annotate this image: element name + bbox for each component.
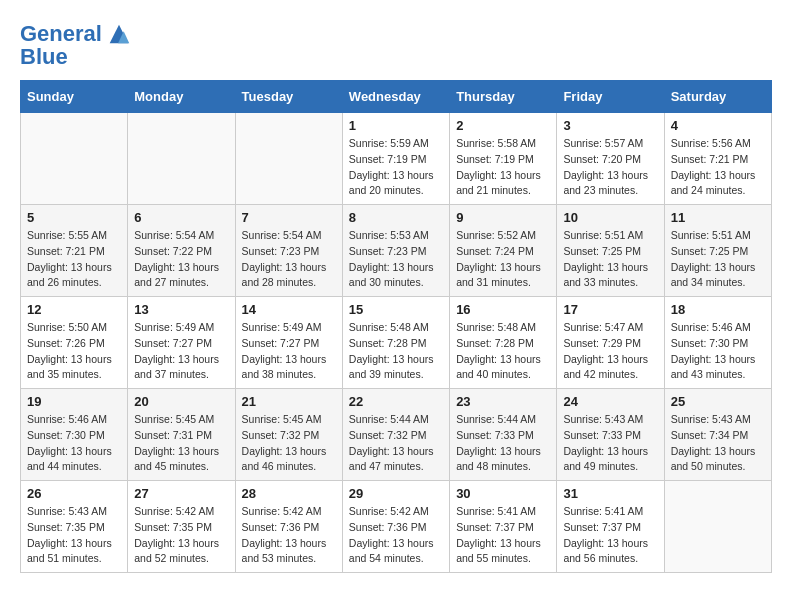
day-number: 27: [134, 486, 228, 501]
day-number: 6: [134, 210, 228, 225]
page-header: General Blue: [20, 20, 772, 70]
calendar-week-row: 12Sunrise: 5:50 AM Sunset: 7:26 PM Dayli…: [21, 297, 772, 389]
day-info: Sunrise: 5:42 AM Sunset: 7:35 PM Dayligh…: [134, 504, 228, 567]
calendar-day-cell: 25Sunrise: 5:43 AM Sunset: 7:34 PM Dayli…: [664, 389, 771, 481]
calendar-day-cell: [235, 113, 342, 205]
day-number: 13: [134, 302, 228, 317]
calendar-day-cell: 15Sunrise: 5:48 AM Sunset: 7:28 PM Dayli…: [342, 297, 449, 389]
day-info: Sunrise: 5:58 AM Sunset: 7:19 PM Dayligh…: [456, 136, 550, 199]
calendar-week-row: 26Sunrise: 5:43 AM Sunset: 7:35 PM Dayli…: [21, 481, 772, 573]
day-number: 23: [456, 394, 550, 409]
calendar-day-cell: 31Sunrise: 5:41 AM Sunset: 7:37 PM Dayli…: [557, 481, 664, 573]
weekday-header: Tuesday: [235, 81, 342, 113]
day-info: Sunrise: 5:42 AM Sunset: 7:36 PM Dayligh…: [349, 504, 443, 567]
day-number: 29: [349, 486, 443, 501]
day-number: 3: [563, 118, 657, 133]
calendar-day-cell: 1Sunrise: 5:59 AM Sunset: 7:19 PM Daylig…: [342, 113, 449, 205]
calendar-day-cell: 2Sunrise: 5:58 AM Sunset: 7:19 PM Daylig…: [450, 113, 557, 205]
calendar-day-cell: [21, 113, 128, 205]
day-info: Sunrise: 5:51 AM Sunset: 7:25 PM Dayligh…: [671, 228, 765, 291]
day-number: 15: [349, 302, 443, 317]
day-number: 7: [242, 210, 336, 225]
day-number: 8: [349, 210, 443, 225]
calendar-week-row: 1Sunrise: 5:59 AM Sunset: 7:19 PM Daylig…: [21, 113, 772, 205]
day-info: Sunrise: 5:41 AM Sunset: 7:37 PM Dayligh…: [563, 504, 657, 567]
day-info: Sunrise: 5:43 AM Sunset: 7:33 PM Dayligh…: [563, 412, 657, 475]
day-number: 18: [671, 302, 765, 317]
day-info: Sunrise: 5:59 AM Sunset: 7:19 PM Dayligh…: [349, 136, 443, 199]
calendar-day-cell: 4Sunrise: 5:56 AM Sunset: 7:21 PM Daylig…: [664, 113, 771, 205]
calendar-day-cell: [664, 481, 771, 573]
day-number: 2: [456, 118, 550, 133]
calendar-day-cell: 5Sunrise: 5:55 AM Sunset: 7:21 PM Daylig…: [21, 205, 128, 297]
calendar-day-cell: 10Sunrise: 5:51 AM Sunset: 7:25 PM Dayli…: [557, 205, 664, 297]
calendar-day-cell: 13Sunrise: 5:49 AM Sunset: 7:27 PM Dayli…: [128, 297, 235, 389]
calendar-day-cell: 26Sunrise: 5:43 AM Sunset: 7:35 PM Dayli…: [21, 481, 128, 573]
weekday-header: Wednesday: [342, 81, 449, 113]
day-info: Sunrise: 5:56 AM Sunset: 7:21 PM Dayligh…: [671, 136, 765, 199]
day-info: Sunrise: 5:42 AM Sunset: 7:36 PM Dayligh…: [242, 504, 336, 567]
day-info: Sunrise: 5:49 AM Sunset: 7:27 PM Dayligh…: [242, 320, 336, 383]
weekday-header: Sunday: [21, 81, 128, 113]
calendar-day-cell: 16Sunrise: 5:48 AM Sunset: 7:28 PM Dayli…: [450, 297, 557, 389]
day-number: 31: [563, 486, 657, 501]
day-number: 20: [134, 394, 228, 409]
weekday-header: Saturday: [664, 81, 771, 113]
day-number: 10: [563, 210, 657, 225]
calendar-day-cell: 29Sunrise: 5:42 AM Sunset: 7:36 PM Dayli…: [342, 481, 449, 573]
logo-text: General: [20, 23, 102, 45]
day-info: Sunrise: 5:45 AM Sunset: 7:31 PM Dayligh…: [134, 412, 228, 475]
day-info: Sunrise: 5:57 AM Sunset: 7:20 PM Dayligh…: [563, 136, 657, 199]
calendar-day-cell: [128, 113, 235, 205]
day-number: 21: [242, 394, 336, 409]
calendar-day-cell: 28Sunrise: 5:42 AM Sunset: 7:36 PM Dayli…: [235, 481, 342, 573]
day-number: 5: [27, 210, 121, 225]
day-number: 16: [456, 302, 550, 317]
day-info: Sunrise: 5:46 AM Sunset: 7:30 PM Dayligh…: [671, 320, 765, 383]
calendar-day-cell: 7Sunrise: 5:54 AM Sunset: 7:23 PM Daylig…: [235, 205, 342, 297]
day-number: 28: [242, 486, 336, 501]
weekday-header: Thursday: [450, 81, 557, 113]
calendar-day-cell: 17Sunrise: 5:47 AM Sunset: 7:29 PM Dayli…: [557, 297, 664, 389]
day-number: 19: [27, 394, 121, 409]
weekday-header: Friday: [557, 81, 664, 113]
day-number: 17: [563, 302, 657, 317]
day-number: 9: [456, 210, 550, 225]
day-info: Sunrise: 5:54 AM Sunset: 7:23 PM Dayligh…: [242, 228, 336, 291]
day-number: 1: [349, 118, 443, 133]
day-number: 22: [349, 394, 443, 409]
calendar-day-cell: 30Sunrise: 5:41 AM Sunset: 7:37 PM Dayli…: [450, 481, 557, 573]
day-info: Sunrise: 5:48 AM Sunset: 7:28 PM Dayligh…: [456, 320, 550, 383]
calendar-day-cell: 9Sunrise: 5:52 AM Sunset: 7:24 PM Daylig…: [450, 205, 557, 297]
calendar-day-cell: 19Sunrise: 5:46 AM Sunset: 7:30 PM Dayli…: [21, 389, 128, 481]
calendar-day-cell: 6Sunrise: 5:54 AM Sunset: 7:22 PM Daylig…: [128, 205, 235, 297]
day-number: 4: [671, 118, 765, 133]
weekday-header-row: SundayMondayTuesdayWednesdayThursdayFrid…: [21, 81, 772, 113]
day-info: Sunrise: 5:51 AM Sunset: 7:25 PM Dayligh…: [563, 228, 657, 291]
calendar-day-cell: 12Sunrise: 5:50 AM Sunset: 7:26 PM Dayli…: [21, 297, 128, 389]
day-info: Sunrise: 5:52 AM Sunset: 7:24 PM Dayligh…: [456, 228, 550, 291]
calendar-day-cell: 11Sunrise: 5:51 AM Sunset: 7:25 PM Dayli…: [664, 205, 771, 297]
day-info: Sunrise: 5:55 AM Sunset: 7:21 PM Dayligh…: [27, 228, 121, 291]
day-number: 24: [563, 394, 657, 409]
day-info: Sunrise: 5:46 AM Sunset: 7:30 PM Dayligh…: [27, 412, 121, 475]
day-info: Sunrise: 5:45 AM Sunset: 7:32 PM Dayligh…: [242, 412, 336, 475]
day-info: Sunrise: 5:44 AM Sunset: 7:32 PM Dayligh…: [349, 412, 443, 475]
calendar-day-cell: 3Sunrise: 5:57 AM Sunset: 7:20 PM Daylig…: [557, 113, 664, 205]
calendar-day-cell: 18Sunrise: 5:46 AM Sunset: 7:30 PM Dayli…: [664, 297, 771, 389]
day-info: Sunrise: 5:54 AM Sunset: 7:22 PM Dayligh…: [134, 228, 228, 291]
day-info: Sunrise: 5:44 AM Sunset: 7:33 PM Dayligh…: [456, 412, 550, 475]
day-info: Sunrise: 5:43 AM Sunset: 7:34 PM Dayligh…: [671, 412, 765, 475]
calendar-day-cell: 23Sunrise: 5:44 AM Sunset: 7:33 PM Dayli…: [450, 389, 557, 481]
calendar-week-row: 5Sunrise: 5:55 AM Sunset: 7:21 PM Daylig…: [21, 205, 772, 297]
weekday-header: Monday: [128, 81, 235, 113]
day-number: 12: [27, 302, 121, 317]
day-info: Sunrise: 5:48 AM Sunset: 7:28 PM Dayligh…: [349, 320, 443, 383]
day-info: Sunrise: 5:53 AM Sunset: 7:23 PM Dayligh…: [349, 228, 443, 291]
calendar-day-cell: 8Sunrise: 5:53 AM Sunset: 7:23 PM Daylig…: [342, 205, 449, 297]
day-number: 11: [671, 210, 765, 225]
day-info: Sunrise: 5:47 AM Sunset: 7:29 PM Dayligh…: [563, 320, 657, 383]
day-number: 30: [456, 486, 550, 501]
day-info: Sunrise: 5:49 AM Sunset: 7:27 PM Dayligh…: [134, 320, 228, 383]
day-number: 25: [671, 394, 765, 409]
